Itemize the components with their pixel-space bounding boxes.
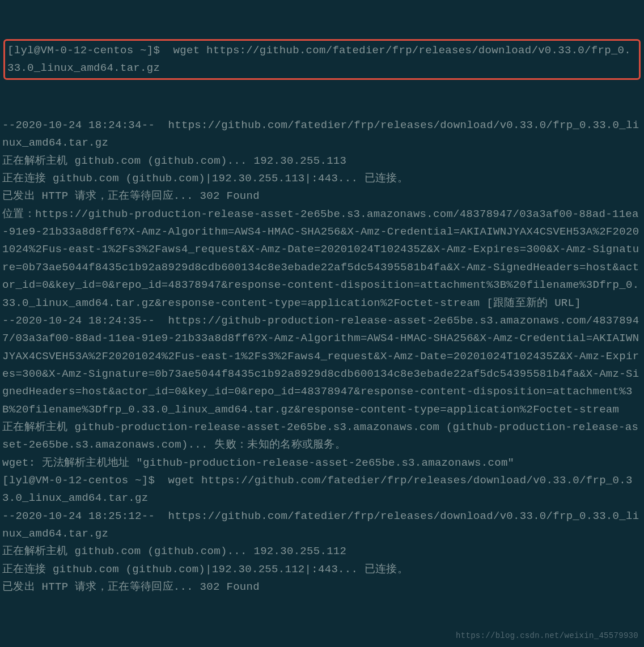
terminal-line: 位置：https://github-production-release-ass… — [2, 206, 642, 312]
terminal-line: 已发出 HTTP 请求，正在等待回应... 302 Found — [2, 188, 642, 205]
terminal-line: wget: 无法解析主机地址 "github-production-releas… — [2, 454, 642, 472]
source-watermark: https://blog.csdn.net/weixin_45579930 — [456, 629, 638, 642]
terminal-body: --2020-10-24 18:24:34-- https://github.c… — [2, 117, 642, 596]
terminal-line: 正在连接 github.com (github.com)|192.30.255.… — [2, 561, 642, 578]
shell-prompt: [lyl@VM-0-12-centos ~]$ — [7, 44, 167, 57]
terminal-output: [lyl@VM-0-12-centos ~]$ wget https://git… — [2, 2, 642, 614]
terminal-line: --2020-10-24 18:25:12-- https://github.c… — [2, 508, 642, 543]
terminal-line: 已发出 HTTP 请求，正在等待回应... 302 Found — [2, 578, 642, 596]
terminal-line: 正在连接 github.com (github.com)|192.30.255.… — [2, 170, 642, 188]
terminal-line: [lyl@VM-0-12-centos ~]$ wget https://git… — [2, 472, 642, 508]
terminal-line: --2020-10-24 18:24:35-- https://github-p… — [2, 312, 642, 419]
terminal-line: 正在解析主机 github.com (github.com)... 192.30… — [2, 543, 642, 560]
terminal-line: 正在解析主机 github.com (github.com)... 192.30… — [2, 152, 642, 170]
highlighted-command-box: [lyl@VM-0-12-centos ~]$ wget https://git… — [3, 39, 641, 80]
terminal-line: 正在解析主机 github-production-release-asset-2… — [2, 419, 642, 454]
terminal-line: --2020-10-24 18:24:34-- https://github.c… — [2, 117, 642, 152]
